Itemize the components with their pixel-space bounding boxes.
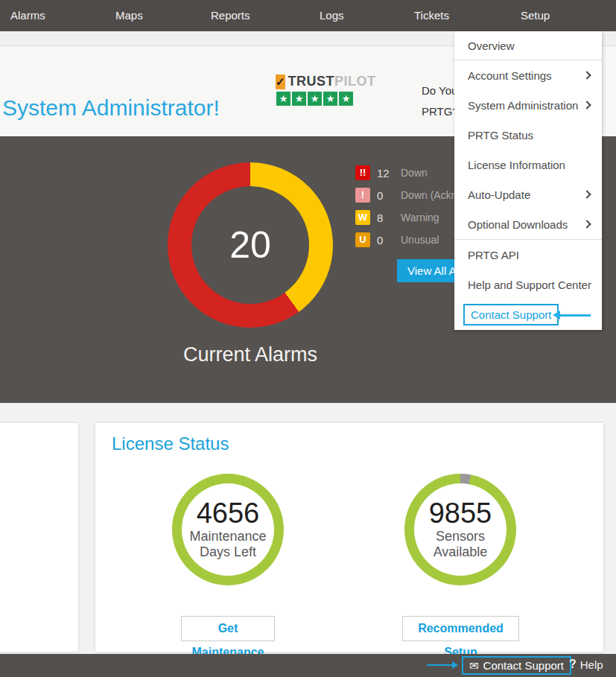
star-icon: ★ <box>276 92 290 106</box>
help-button[interactable]: ? Help <box>569 658 603 671</box>
help-label: Help <box>580 658 603 671</box>
nav-item-setup[interactable]: Setup <box>521 0 550 31</box>
menu-item-license-information[interactable]: License Information <box>454 150 602 179</box>
menu-item-overview[interactable]: Overview <box>454 31 602 60</box>
trustpilot-brand-bold: TRUST <box>288 74 335 89</box>
alarms-total-value: 20 <box>229 223 271 267</box>
chevron-right-icon <box>582 71 591 79</box>
question-mark-icon: ? <box>569 658 577 671</box>
warning-count: 8 <box>377 212 401 224</box>
menu-item-prtg-status[interactable]: PRTG Status <box>454 120 602 150</box>
maintenance-days-label: MaintenanceDays Left <box>189 529 266 560</box>
menu-item-prtg-api[interactable]: PRTG API <box>454 240 602 270</box>
license-status-title: License Status <box>112 433 229 454</box>
arrow-right-icon <box>427 664 452 666</box>
chevron-right-icon <box>582 101 591 109</box>
down-count: 12 <box>377 167 401 179</box>
get-maintenance-button[interactable]: Get Maintenance <box>181 616 275 641</box>
menu-item-account-settings[interactable]: Account Settings <box>454 60 602 90</box>
sensors-gauge: 9855 SensorsAvailable <box>404 474 516 585</box>
setup-dropdown-menu: Overview Account Settings System Adminis… <box>454 31 602 330</box>
trustpilot-stars: ★ ★ ★ ★ ★ <box>276 92 365 106</box>
trustpilot-logo: ✓ TRUSTPILOT ★ ★ ★ ★ ★ <box>276 74 365 106</box>
down-ack-count: 0 <box>377 189 401 202</box>
unusual-count: 0 <box>377 234 401 247</box>
arrow-left-icon-head <box>553 311 560 320</box>
chevron-right-icon <box>582 220 591 228</box>
menu-item-help-and-support-center[interactable]: Help and Support Center <box>454 270 602 299</box>
footer-contact-support-label: Contact Support <box>483 659 564 672</box>
footer-contact-support-button[interactable]: ✉ Contact Support <box>462 656 571 675</box>
promo-text: Do You PRTG? <box>422 80 459 122</box>
warning-status-icon: W <box>355 210 370 225</box>
down-ack-status-icon: ! <box>355 188 370 203</box>
sensors-available-value: 9855 <box>429 499 492 529</box>
nav-item-maps[interactable]: Maps <box>115 0 143 31</box>
menu-item-optional-downloads[interactable]: Optional Downloads <box>454 209 602 239</box>
license-status-card: License Status 4656 MaintenanceDays Left… <box>95 423 603 652</box>
chevron-right-icon <box>582 190 591 198</box>
arrow-right-icon-head <box>452 661 458 669</box>
trustpilot-check-icon: ✓ <box>276 74 285 89</box>
recommended-setup-button[interactable]: Recommended Setup <box>402 616 519 641</box>
top-navigation-bar: Alarms Maps Reports Logs Tickets Setup <box>0 0 616 31</box>
nav-item-logs[interactable]: Logs <box>320 0 344 31</box>
footer-bar: ✉ Contact Support ? Help <box>0 654 616 677</box>
unusual-label: Unusual <box>401 234 439 246</box>
down-status-icon: !! <box>355 165 370 180</box>
menu-item-auto-update[interactable]: Auto-Update <box>454 179 602 209</box>
alarms-donut-hole: 20 <box>191 186 309 304</box>
promo-line-2: PRTG? <box>422 101 459 122</box>
maintenance-gauge-hole: 4656 MaintenanceDays Left <box>182 483 274 576</box>
envelope-icon: ✉ <box>469 659 479 673</box>
trustpilot-brand-light: PILOT <box>334 74 376 89</box>
star-icon: ★ <box>308 92 322 106</box>
down-label: Down <box>401 167 428 179</box>
nav-item-tickets[interactable]: Tickets <box>414 0 449 31</box>
maintenance-gauge: 4656 MaintenanceDays Left <box>172 474 284 585</box>
left-partial-card <box>0 423 78 652</box>
nav-item-alarms[interactable]: Alarms <box>10 0 45 31</box>
star-icon: ★ <box>323 92 337 106</box>
promo-line-1: Do You <box>422 80 459 101</box>
alarms-donut-chart: 20 <box>168 162 333 328</box>
unusual-status-icon: U <box>355 232 370 247</box>
star-icon: ★ <box>292 92 306 106</box>
alarms-caption: Current Alarms <box>159 343 341 366</box>
sensors-available-label: SensorsAvailable <box>434 529 488 560</box>
menu-item-system-administration[interactable]: System Administration <box>454 90 602 120</box>
maintenance-days-value: 4656 <box>197 499 260 529</box>
star-icon: ★ <box>339 92 353 106</box>
arrow-left-icon <box>559 314 591 317</box>
sensors-gauge-hole: 9855 SensorsAvailable <box>414 483 507 576</box>
page-title: System Administrator! <box>2 95 220 121</box>
nav-item-reports[interactable]: Reports <box>211 0 250 31</box>
warning-label: Warning <box>401 212 439 223</box>
